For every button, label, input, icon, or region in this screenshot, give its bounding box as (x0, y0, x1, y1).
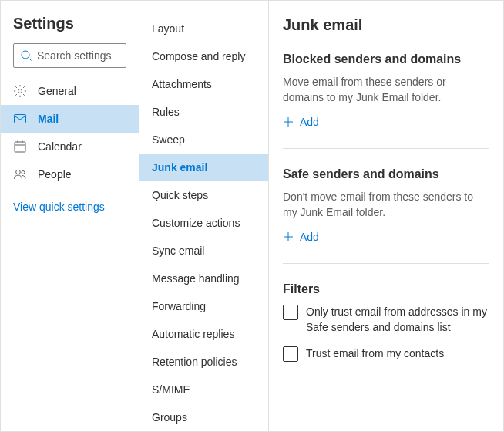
submenu-item-forwarding[interactable]: Forwarding (139, 292, 268, 320)
submenu-item-quick-steps[interactable]: Quick steps (139, 181, 268, 209)
mail-submenu: LayoutCompose and replyAttachmentsRulesS… (139, 1, 269, 431)
filters-section: Filters Only trust email from addresses … (283, 282, 489, 362)
add-label: Add (300, 116, 319, 128)
svg-point-11 (16, 170, 21, 174)
submenu-item-s-mime[interactable]: S/MIME (139, 376, 268, 403)
add-safe-button[interactable]: Add (283, 231, 319, 243)
submenu-item-sweep[interactable]: Sweep (139, 126, 268, 154)
settings-title: Settings (1, 15, 139, 43)
sidebar-item-label: People (38, 168, 72, 181)
plus-icon (283, 116, 294, 127)
add-label: Add (300, 231, 319, 243)
sidebar-item-label: Calendar (38, 140, 82, 153)
checkbox-label: Only trust email from addresses in my Sa… (306, 304, 489, 335)
sidebar-item-mail[interactable]: Mail (1, 105, 139, 133)
plus-icon (283, 231, 294, 242)
section-title-safe: Safe senders and domains (283, 167, 489, 181)
submenu-item-retention-policies[interactable]: Retention policies (139, 348, 268, 376)
checkbox-icon (283, 305, 298, 320)
mail-icon (13, 112, 27, 126)
submenu-item-customize-actions[interactable]: Customize actions (139, 209, 268, 237)
checkbox-label: Trust email from my contacts (306, 346, 444, 361)
submenu-item-junk-email[interactable]: Junk email (139, 154, 268, 181)
submenu-item-message-handling[interactable]: Message handling (139, 265, 268, 292)
blocked-senders-section: Blocked senders and domains Move email f… (283, 52, 489, 149)
submenu-item-sync-email[interactable]: Sync email (139, 237, 268, 265)
gear-icon (13, 84, 27, 98)
submenu-item-rules[interactable]: Rules (139, 98, 268, 126)
svg-point-12 (22, 171, 25, 174)
sidebar-item-label: General (38, 85, 76, 97)
submenu-item-layout[interactable]: Layout (139, 15, 268, 42)
section-desc-safe: Don't move email from these senders to m… (283, 189, 489, 220)
sidebar-item-people[interactable]: People (1, 160, 139, 188)
svg-point-0 (22, 51, 29, 59)
svg-rect-4 (15, 142, 25, 152)
svg-line-1 (29, 58, 32, 61)
search-settings[interactable] (13, 43, 126, 68)
filter-trust-contacts[interactable]: Trust email from my contacts (283, 346, 489, 362)
sidebar-item-calendar[interactable]: Calendar (1, 133, 139, 160)
add-blocked-button[interactable]: Add (283, 116, 319, 128)
search-input[interactable] (37, 49, 119, 62)
filter-only-trust-safe[interactable]: Only trust email from addresses in my Sa… (283, 304, 489, 335)
svg-point-2 (18, 89, 22, 93)
calendar-icon (13, 140, 27, 154)
svg-rect-3 (15, 115, 26, 123)
section-title-blocked: Blocked senders and domains (283, 52, 489, 66)
sidebar-item-general[interactable]: General (1, 77, 139, 105)
section-title-filters: Filters (283, 282, 489, 296)
people-icon (13, 167, 27, 181)
search-icon (20, 49, 32, 62)
safe-senders-section: Safe senders and domains Don't move emai… (283, 167, 489, 264)
settings-sidebar: Settings General (1, 1, 139, 431)
submenu-item-groups[interactable]: Groups (139, 403, 268, 431)
submenu-item-compose-and-reply[interactable]: Compose and reply (139, 42, 268, 70)
sidebar-item-label: Mail (38, 113, 59, 125)
page-title: Junk email (283, 16, 489, 34)
submenu-item-automatic-replies[interactable]: Automatic replies (139, 320, 268, 348)
section-desc-blocked: Move email from these senders or domains… (283, 74, 489, 105)
checkbox-icon (283, 346, 298, 362)
submenu-item-attachments[interactable]: Attachments (139, 70, 268, 98)
main-panel: Junk email Blocked senders and domains M… (269, 1, 503, 431)
view-quick-settings-link[interactable]: View quick settings (1, 188, 139, 225)
